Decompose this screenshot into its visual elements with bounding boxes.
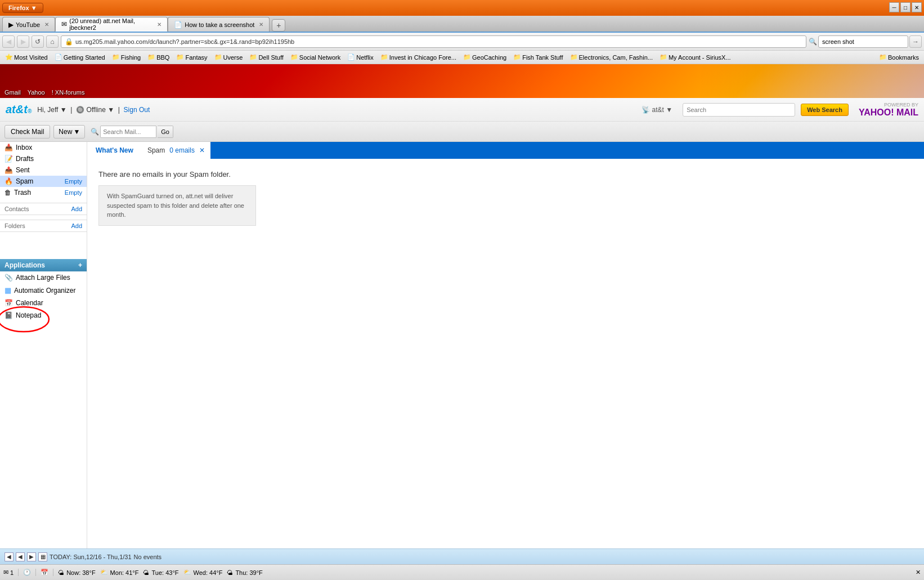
check-mail-button[interactable]: Check Mail xyxy=(5,125,50,139)
new-mail-button[interactable]: New ▼ xyxy=(53,125,85,139)
app-notepad[interactable]: 📓 Notepad xyxy=(0,309,87,322)
bookmark-label: My Account - SiriusX... xyxy=(669,54,731,61)
lock-icon: 🔒 xyxy=(65,38,73,46)
status-calendar-icon: 📅 xyxy=(41,569,53,576)
bookmark-bbq[interactable]: 📁 BBQ xyxy=(145,52,172,62)
help-link[interactable]: Help ▼ xyxy=(898,147,918,154)
tab-screenshot[interactable]: 📄 How to take a screenshot ✕ xyxy=(168,17,270,32)
weather-now-icon: 🌤 xyxy=(58,569,64,576)
new-tab-button[interactable]: + xyxy=(272,19,285,32)
folder-icon: 📁 xyxy=(879,53,887,61)
att-search-input[interactable] xyxy=(683,103,795,117)
spam-empty-message: There are no emails in your Spam folder. xyxy=(98,170,913,179)
folder-sent[interactable]: 📤 Sent xyxy=(0,164,87,176)
yahoo-mail-logo: YAHOO! MAIL xyxy=(859,108,918,118)
whats-new-tab[interactable]: What's New xyxy=(87,142,142,159)
bookmark-electronics[interactable]: 📁 Electronics, Cam, Fashin... xyxy=(567,52,656,62)
bookmark-label: Social Network xyxy=(299,54,340,61)
tab-att-mail[interactable]: ✉ (20 unread) att.net Mail, jbeckner2 ✕ xyxy=(55,17,168,32)
address-bar[interactable]: 🔒 us.mg205.mail.yahoo.com/dc/launch?.par… xyxy=(61,35,806,48)
yahoo-link[interactable]: Yahoo xyxy=(28,89,45,96)
folder-icon: 📁 xyxy=(112,53,120,61)
bookmark-most-visited[interactable]: ⭐ Most Visited xyxy=(2,52,51,62)
browser-search-input[interactable] xyxy=(818,35,908,48)
bookmark-geocaching[interactable]: 📁 GeoCaching xyxy=(460,52,509,62)
notepad-icon: 📓 xyxy=(5,311,13,319)
search-mail-area: 🔍 Go xyxy=(91,126,173,138)
bookmark-fish-tank[interactable]: 📁 Fish Tank Stuff xyxy=(510,52,566,62)
bookmark-dell-stuff[interactable]: 📁 Dell Stuff xyxy=(246,52,286,62)
cal-prev2-button[interactable]: ◀ xyxy=(16,552,25,561)
search-mail-input[interactable] xyxy=(100,126,156,138)
youtube-tab-close[interactable]: ✕ xyxy=(44,21,49,28)
reload-button[interactable]: ↺ xyxy=(32,35,44,48)
offline-indicator[interactable]: 🔘 Offline ▼ xyxy=(76,106,114,114)
spam-tab[interactable]: Spam 0 emails ✕ xyxy=(142,142,210,159)
spam-tab-close-btn[interactable]: ✕ xyxy=(199,146,205,154)
sidebar: 📥 Inbox 📝 Drafts 📤 Sent 🔥 Spam Empty 🗑 T… xyxy=(0,142,87,580)
app-automatic-organizer[interactable]: ▦ Automatic Organizer xyxy=(0,284,87,297)
mail-count-icon: ✉ xyxy=(3,569,8,576)
bookmark-label: Bookmarks xyxy=(888,54,919,61)
back-button[interactable]: ◀ xyxy=(2,35,15,48)
bookmark-label: Most Visited xyxy=(14,54,48,61)
xn-forums-link[interactable]: ! XN-forums xyxy=(52,89,85,96)
spam-count-badge: 0 emails xyxy=(169,146,195,154)
folder-trash[interactable]: 🗑 Trash Empty xyxy=(0,187,87,198)
cal-grid-button[interactable]: ▦ xyxy=(38,552,47,561)
mobile-link[interactable]: Mobile xyxy=(829,147,847,154)
folder-icon: 📁 xyxy=(147,53,155,61)
minimize-button[interactable]: ─ xyxy=(889,2,899,12)
restore-button[interactable]: □ xyxy=(900,2,910,12)
att-mail-tab-close[interactable]: ✕ xyxy=(157,21,162,28)
mail-action-links: Mobile | Options ▼ | Help ▼ xyxy=(823,147,924,154)
bookmark-bookmarks[interactable]: 📁 Bookmarks xyxy=(876,52,922,62)
close-status-button[interactable]: ✕ xyxy=(916,569,921,576)
folder-drafts[interactable]: 📝 Drafts xyxy=(0,153,87,164)
folder-spam[interactable]: 🔥 Spam Empty xyxy=(0,176,87,187)
spam-tab-label: Spam xyxy=(147,146,165,154)
att-dropdown[interactable]: 📡 at&t ▼ xyxy=(642,106,673,114)
folders-add-link[interactable]: Add xyxy=(71,222,82,229)
bookmark-netflix[interactable]: 📄 Netflix xyxy=(344,52,376,62)
firefox-menu-button[interactable]: Firefox ▼ xyxy=(2,3,43,13)
gmail-link[interactable]: Gmail xyxy=(5,89,21,96)
bookmark-label: Fish Tank Stuff xyxy=(522,54,563,61)
close-button[interactable]: ✕ xyxy=(912,2,922,12)
weather-tue-temp: Tue: 43°F xyxy=(151,569,178,576)
forward-button[interactable]: ▶ xyxy=(17,35,29,48)
bookmark-social-network[interactable]: 📁 Social Network xyxy=(288,52,343,62)
app-attach-large-files[interactable]: 📎 Attach Large Files xyxy=(0,271,87,284)
weather-mon-icon: ⛅ xyxy=(100,569,108,576)
weather-wed: ⛅ Wed: 44°F xyxy=(183,569,223,576)
options-link[interactable]: Options ▼ xyxy=(858,147,887,154)
folders-section: Folders Add xyxy=(0,220,87,232)
bookmark-invest[interactable]: 📁 Invest in Chicago Fore... xyxy=(378,52,459,62)
bookmark-getting-started[interactable]: 📄 Getting Started xyxy=(52,52,108,62)
bookmark-fishing[interactable]: 📁 Fishing xyxy=(109,52,143,62)
search-mail-go-button[interactable]: Go xyxy=(158,126,173,138)
att-mail-tab-label: (20 unread) att.net Mail, jbeckner2 xyxy=(69,17,152,31)
screenshot-tab-close[interactable]: ✕ xyxy=(259,21,263,28)
cal-prev-button[interactable]: ◀ xyxy=(5,552,14,561)
calendar-bar: ◀ ◀ ▶ ▦ TODAY: Sun,12/16 - Thu,1/31 No e… xyxy=(0,548,924,564)
sign-out-link[interactable]: Sign Out xyxy=(124,106,150,114)
trash-empty-action[interactable]: Empty xyxy=(65,189,82,196)
weather-thu-temp: Thu: 39°F xyxy=(235,569,262,576)
search-submit-button[interactable]: → xyxy=(909,35,922,48)
applications-expand-icon[interactable]: + xyxy=(78,261,82,269)
tab-youtube[interactable]: ▶ YouTube ✕ xyxy=(2,17,55,32)
weather-mon-temp: Mon: 41°F xyxy=(110,569,139,576)
app-calendar[interactable]: 📅 Calendar xyxy=(0,297,87,309)
cal-next-button[interactable]: ▶ xyxy=(27,552,36,561)
bookmark-my-account[interactable]: 📁 My Account - SiriusX... xyxy=(657,52,734,62)
home-button[interactable]: ⌂ xyxy=(46,35,59,48)
folder-inbox[interactable]: 📥 Inbox xyxy=(0,142,87,153)
spam-empty-action[interactable]: Empty xyxy=(65,178,82,185)
bookmark-fantasy[interactable]: 📁 Fantasy xyxy=(173,52,210,62)
bookmark-uverse[interactable]: 📁 Uverse xyxy=(212,52,246,62)
doc-icon: 📄 xyxy=(55,53,62,61)
contacts-add-link[interactable]: Add xyxy=(71,206,82,212)
web-search-button[interactable]: Web Search xyxy=(801,104,849,116)
mail-container: 📥 Inbox 📝 Drafts 📤 Sent 🔥 Spam Empty 🗑 T… xyxy=(0,142,924,580)
